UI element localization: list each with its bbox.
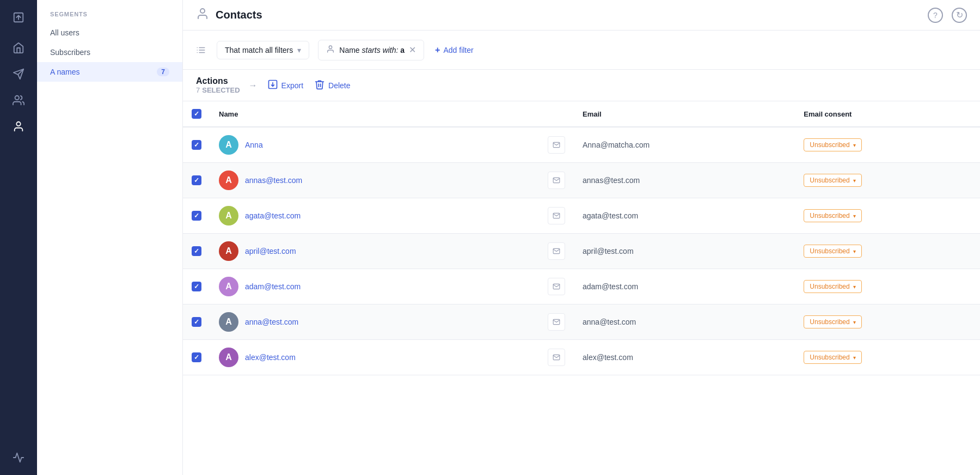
row-checkbox-cell [183, 163, 210, 198]
plus-icon: + [435, 45, 440, 55]
row-consent-cell: Unsubscribed ▾ [795, 163, 980, 198]
row-email-cell: adam@test.com [574, 269, 795, 305]
select-all-checkbox[interactable] [192, 109, 201, 119]
consent-dropdown-arrow-icon: ▾ [853, 319, 856, 325]
header-email-icon [539, 101, 574, 127]
dropdown-arrow-icon: ▾ [297, 46, 301, 54]
people-icon[interactable] [8, 89, 29, 111]
consent-dropdown-arrow-icon: ▾ [853, 178, 856, 184]
table-header-row: Name Email Email consent [183, 101, 980, 127]
consent-badge[interactable]: Unsubscribed ▾ [804, 245, 861, 258]
row-checkbox[interactable] [192, 140, 201, 150]
consent-badge[interactable]: Unsubscribed ▾ [804, 174, 861, 187]
send-email-button[interactable] [548, 313, 565, 331]
add-filter-label: Add filter [443, 46, 473, 54]
row-consent-cell: Unsubscribed ▾ [795, 305, 980, 340]
row-name-cell: A Anna [210, 127, 539, 163]
row-checkbox[interactable] [192, 282, 201, 291]
send-email-button[interactable] [548, 242, 565, 260]
send-email-button[interactable] [548, 172, 565, 189]
row-email-value: Anna@matcha.com [583, 141, 650, 149]
actions-bar: Actions 7 SELECTED → Export Delete [183, 70, 980, 101]
row-name-cell: A agata@test.com [210, 198, 539, 234]
top-header: Contacts ? ↻ [183, 0, 980, 31]
contacts-header-icon [196, 7, 209, 23]
delete-button[interactable]: Delete [313, 77, 351, 94]
sidebar-item-all-users[interactable]: All users [37, 23, 182, 42]
row-email-icon-cell [539, 163, 574, 198]
sidebar-item-a-names[interactable]: A names 7 [37, 62, 182, 82]
consent-dropdown-arrow-icon: ▾ [853, 284, 856, 290]
row-checkbox[interactable] [192, 246, 201, 256]
consent-badge[interactable]: Unsubscribed ▾ [804, 280, 861, 293]
refresh-icon[interactable]: ↻ [952, 8, 967, 23]
export-button[interactable]: Export [266, 77, 304, 94]
row-checkbox[interactable] [192, 352, 201, 362]
consent-dropdown-arrow-icon: ▾ [853, 355, 856, 361]
header-email: Email [574, 101, 795, 127]
send-email-button[interactable] [548, 207, 565, 224]
row-checkbox-cell [183, 305, 210, 340]
export-label: Export [281, 81, 303, 90]
row-checkbox-cell [183, 127, 210, 163]
contact-name-link[interactable]: anna@test.com [245, 318, 298, 326]
row-checkbox[interactable] [192, 211, 201, 221]
consent-label: Unsubscribed [810, 176, 849, 184]
consent-badge[interactable]: Unsubscribed ▾ [804, 138, 861, 151]
match-filter-dropdown[interactable]: That match all filters ▾ [217, 41, 309, 59]
contacts-table-container: Name Email Email consent A Anna [183, 101, 980, 475]
row-email-value: anna@test.com [583, 318, 636, 326]
contact-name-link[interactable]: adam@test.com [245, 282, 301, 291]
svg-point-4 [16, 122, 20, 126]
upload-icon[interactable] [8, 7, 29, 28]
row-email-icon-cell [539, 234, 574, 269]
consent-badge[interactable]: Unsubscribed ▾ [804, 351, 861, 364]
row-checkbox-cell [183, 198, 210, 234]
row-checkbox[interactable] [192, 175, 201, 185]
consent-label: Unsubscribed [810, 318, 849, 326]
consent-badge[interactable]: Unsubscribed ▾ [804, 209, 861, 222]
row-checkbox-cell [183, 234, 210, 269]
help-icon[interactable]: ? [928, 8, 943, 23]
contact-name-link[interactable]: agata@test.com [245, 211, 301, 220]
sidebar-item-label: A names [50, 68, 79, 76]
row-name-cell: A april@test.com [210, 234, 539, 269]
consent-label: Unsubscribed [810, 283, 849, 290]
table-row: A anna@test.com anna@test.com Unsubscrib… [183, 305, 980, 340]
contact-name-link[interactable]: alex@test.com [245, 353, 296, 362]
row-email-value: alex@test.com [583, 353, 633, 362]
row-email-icon-cell [539, 340, 574, 375]
add-filter-button[interactable]: + Add filter [433, 41, 476, 59]
send-email-button[interactable] [548, 136, 565, 154]
row-email-cell: Anna@matcha.com [574, 127, 795, 163]
table-row: A alex@test.com alex@test.com Unsubscrib… [183, 340, 980, 375]
match-filter-label: That match all filters [225, 46, 293, 54]
contact-card-icon[interactable] [8, 115, 29, 137]
page-title: Contacts [216, 9, 262, 21]
contact-name-link[interactable]: april@test.com [245, 247, 296, 255]
row-email-icon-cell [539, 198, 574, 234]
analytics-icon[interactable] [8, 447, 29, 468]
contact-name-link[interactable]: annas@test.com [245, 176, 302, 185]
consent-label: Unsubscribed [810, 247, 849, 255]
row-name-cell: A annas@test.com [210, 163, 539, 198]
sidebar-item-subscribers[interactable]: Subscribers [37, 42, 182, 62]
row-checkbox[interactable] [192, 317, 201, 327]
header-consent: Email consent [795, 101, 980, 127]
send-icon[interactable] [8, 63, 29, 85]
contact-name-link[interactable]: Anna [245, 141, 263, 149]
actions-label: Actions [196, 76, 240, 86]
row-email-cell: anna@test.com [574, 305, 795, 340]
send-email-button[interactable] [548, 349, 565, 366]
name-filter-chip: Name starts with: a ✕ [318, 40, 424, 60]
row-email-value: annas@test.com [583, 176, 640, 185]
consent-badge[interactable]: Unsubscribed ▾ [804, 315, 861, 328]
row-email-value: adam@test.com [583, 282, 638, 291]
row-email-icon-cell [539, 305, 574, 340]
chip-close-icon[interactable]: ✕ [409, 45, 416, 55]
send-email-button[interactable] [548, 278, 565, 295]
home-icon[interactable] [8, 37, 29, 59]
export-icon [267, 79, 278, 92]
avatar: A [219, 170, 238, 190]
avatar: A [219, 135, 238, 155]
